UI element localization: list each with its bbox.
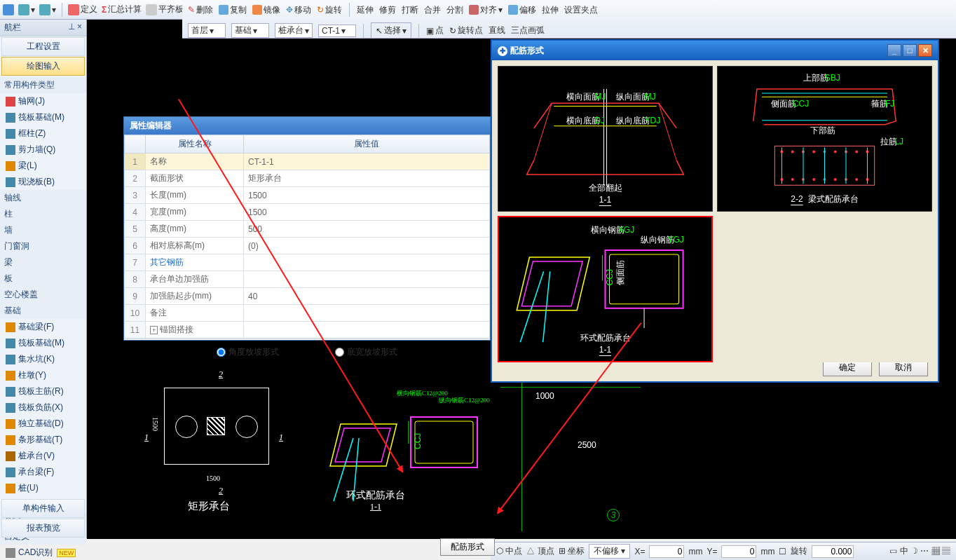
rotate-button[interactable]: ↻旋转 (317, 4, 342, 16)
nav-btn-draw-input[interactable]: 绘图输入 (1, 57, 85, 76)
nav-item[interactable]: 独立基础(D) (0, 416, 86, 432)
ring-title: 环式配筋承台 (346, 489, 405, 502)
style-cell-ring[interactable]: 横向钢筋XGJ 纵向钢筋YGJ CCJ 侧面筋 环式配筋承台1-1 (498, 216, 713, 362)
offset-button[interactable]: 偏移 (508, 4, 536, 16)
floor-select[interactable]: 首层 ▾ (188, 23, 226, 38)
nav-item[interactable]: 桩(U) (0, 480, 86, 496)
nav-item[interactable]: 梁(L) (0, 158, 86, 174)
style-cell-beam[interactable]: 上部筋SBJ 侧面筋CCJ 箍筋FJ 下部筋 (717, 66, 932, 212)
midpoint-snap[interactable]: ⬡ 中点 (496, 545, 522, 557)
reinforcement-style-button[interactable]: 配筋形式 (440, 538, 495, 556)
y-input[interactable] (721, 545, 756, 558)
property-row[interactable]: 4宽度(mm)1500 (125, 204, 490, 221)
nav-item[interactable]: 桩承台(V) (0, 448, 86, 464)
svg-text:XGJ: XGJ (618, 225, 635, 235)
nav-item[interactable]: 基础梁(F) (0, 319, 86, 335)
nav-item[interactable]: 筏板主筋(R) (0, 383, 86, 399)
rotate-input[interactable] (812, 545, 854, 558)
grip-button: 设置夹点 (564, 4, 598, 16)
svg-rect-5 (415, 421, 473, 463)
nav-item[interactable]: 筏板基础(M) (0, 335, 86, 351)
nav-group[interactable]: 空心楼盖 (0, 287, 86, 303)
radio-angle-slope[interactable]: 角度放坡形式 (217, 346, 279, 358)
property-row[interactable]: 11+锚固搭接 (125, 322, 490, 339)
nav-btn-single-input[interactable]: 单构件输入 (1, 499, 85, 518)
point-button[interactable]: ▣ 点 (426, 25, 444, 36)
nav-group[interactable]: 轴线 (0, 190, 86, 206)
move-button[interactable]: ✥移动 (286, 4, 311, 16)
property-row[interactable]: 7其它钢筋 (125, 254, 490, 271)
svg-point-40 (855, 150, 858, 153)
nav-group[interactable]: 门窗洞 (0, 238, 86, 254)
property-row[interactable]: 6相对底标高(m)(0) (125, 238, 490, 254)
nav-item[interactable]: 柱墩(Y) (0, 367, 86, 383)
maximize-button[interactable]: □ (903, 44, 917, 57)
nav-item[interactable]: 框柱(Z) (0, 125, 86, 142)
offset-mode-select[interactable]: 不偏移 ▾ (589, 544, 630, 559)
nav-btn-report[interactable]: 报表预览 (1, 519, 85, 538)
slope-radio-group: 角度放坡形式 底宽放坡形式 (124, 339, 490, 365)
property-row[interactable]: 5高度(mm)500 (125, 221, 490, 238)
align-button[interactable]: 对齐▾ (469, 4, 503, 16)
trim-button: 修剪 (379, 4, 396, 16)
coord-snap[interactable]: ⊞ 坐标 (559, 545, 585, 557)
svg-point-45 (812, 178, 815, 181)
x-input[interactable] (649, 545, 684, 558)
nav-item[interactable]: 承台梁(F) (0, 464, 86, 480)
close-button[interactable]: ✕ (918, 44, 932, 57)
nav-item[interactable]: 集水坑(K) (0, 351, 86, 367)
property-row[interactable]: 3长度(mm)1500 (125, 187, 490, 204)
nav-item[interactable]: 筏板负筋(X) (0, 399, 86, 416)
nav-item[interactable]: 筏板基础(M) (0, 109, 86, 125)
subtype-select[interactable]: 桩承台 ▾ (275, 23, 313, 38)
svg-text:MJ: MJ (594, 92, 606, 102)
nav-group[interactable]: 基础 (0, 303, 86, 319)
svg-line-9 (659, 103, 676, 160)
arc3-button: 三点画弧 (511, 25, 545, 36)
vertex-snap[interactable]: △ 顶点 (526, 545, 554, 557)
svg-text:下部筋: 下部筋 (810, 125, 835, 135)
ring-sub: 1-1 (370, 502, 381, 512)
property-row[interactable]: 8承台单边加强筋 (125, 271, 490, 288)
radio-width-slope[interactable]: 底宽放坡形式 (335, 346, 397, 358)
nav-group[interactable]: 柱 (0, 206, 86, 222)
undo-icon[interactable]: ▾ (18, 4, 35, 15)
unit-x: mm (688, 547, 702, 556)
nav-group[interactable]: 梁 (0, 254, 86, 271)
dim-h: 1500 (206, 474, 220, 482)
property-row[interactable]: 1名称CT-1-1 (125, 153, 490, 170)
nav-btn-project-settings[interactable]: 工程设置 (1, 37, 85, 56)
copy-button[interactable]: 复制 (219, 4, 247, 16)
nav-close-icon[interactable]: × (77, 22, 82, 32)
svg-point-43 (791, 178, 794, 181)
svg-point-49 (855, 178, 858, 181)
mirror-button[interactable]: 镜像 (252, 4, 280, 16)
redo-icon[interactable]: ▾ (39, 4, 56, 15)
line-button: 直线 (489, 25, 505, 36)
delete-button[interactable]: ✎删除 (188, 4, 213, 16)
nav-item[interactable]: 现浇板(B) (0, 174, 86, 190)
view-mode-icons[interactable]: ▭ 中 ☽ ⋯ ▦ ▤ (889, 545, 950, 557)
svg-text:YDJ: YDJ (644, 116, 660, 125)
rotate-point-button[interactable]: ↻ 旋转点 (449, 25, 483, 36)
nav-group[interactable]: 墙 (0, 222, 86, 238)
nav-item[interactable]: 剪力墙(Q) (0, 142, 86, 158)
select-mode-button[interactable]: ↖ 选择 ▾ (371, 22, 411, 39)
nav-item-cad[interactable]: CAD识别 NEW (0, 545, 86, 560)
property-row[interactable]: 2截面形状矩形承台 (125, 170, 490, 187)
save-icon[interactable] (3, 4, 14, 15)
property-row[interactable]: 9加强筋起步(mm)40 (125, 288, 490, 305)
rect-title: 矩形承台 (188, 500, 230, 513)
nav-item[interactable]: 条形基础(T) (0, 432, 86, 448)
define-button[interactable]: 定义 (68, 4, 97, 15)
nav-item[interactable]: 轴网(J) (0, 93, 86, 109)
style-cell-flipped[interactable]: 横向面筋MJ 纵向面筋MJ 横向底筋DJ 纵向底筋YDJ 全部翻起1-1 (498, 66, 713, 212)
nav-title: 航栏 (4, 22, 21, 34)
v-rebar-label: 纵向钢筋C12@200 (439, 396, 490, 405)
nav-group[interactable]: 板 (0, 271, 86, 287)
sumcalc-button[interactable]: Σ汇总计算 (102, 4, 142, 15)
type-select[interactable]: 基础 ▾ (231, 23, 269, 38)
nav-pin-icon[interactable]: ⊥ (68, 22, 75, 32)
minimize-button[interactable]: _ (887, 44, 901, 57)
item-select[interactable]: CT-1 ▾ (318, 25, 356, 37)
